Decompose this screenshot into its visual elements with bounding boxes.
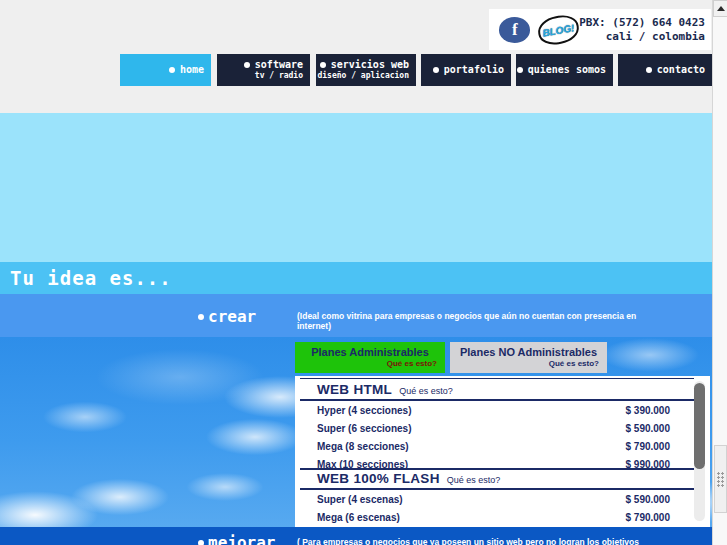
plan-price: $ 790.000 <box>626 512 671 526</box>
tab-planes-administrables[interactable]: Planes Administrables Qué es esto? <box>295 342 445 373</box>
pbx-phone-text: PBX: (572) 664 0423 cali / colombia <box>579 16 705 44</box>
nav-label: home <box>180 64 204 76</box>
nav-sublabel: tv / radio <box>255 71 303 81</box>
crear-label: crear <box>208 307 256 326</box>
plan-row: Hyper (4 secciones) $ 390.000 <box>317 405 670 419</box>
contact-box: f BLOG! PBX: (572) 664 0423 cali / colom… <box>489 9 711 50</box>
nav-label: portafolio <box>444 64 504 76</box>
mejorar-band: mejorar ( Para empresas o negocios que y… <box>0 527 713 545</box>
slogan-text: Tu idea es... <box>10 267 172 289</box>
crear-band: crear (Ideal como vitrina para empresas … <box>0 294 713 337</box>
plan-price: $ 590.000 <box>626 494 671 508</box>
nav-label: contacto <box>657 64 705 76</box>
plan-row: Mega (8 secciones) $ 790.000 <box>317 441 670 455</box>
tab-title: Planes Administrables <box>295 346 445 358</box>
divider <box>300 378 694 379</box>
bullet-icon <box>646 67 652 73</box>
bullet-icon <box>517 67 523 73</box>
scroll-up-button[interactable] <box>713 0 727 17</box>
nav-label: quienes somos <box>528 64 606 76</box>
panel-scrollbar-thumb[interactable] <box>694 383 705 469</box>
scrollbar-thumb[interactable] <box>714 445 727 513</box>
mejorar-label: mejorar <box>208 533 275 545</box>
bullet-icon <box>198 314 204 320</box>
page: f BLOG! PBX: (572) 664 0423 cali / colom… <box>0 0 727 545</box>
bullet-icon <box>433 67 439 73</box>
nav-tab-contacto[interactable]: contacto <box>618 54 712 86</box>
bullet-icon <box>244 62 250 68</box>
plan-row: Super (4 escenas) $ 590.000 <box>317 494 670 508</box>
plan-row: Mega (6 escenas) $ 790.000 <box>317 512 670 526</box>
que-es-esto-link[interactable]: Qué es esto? <box>450 359 607 368</box>
plan-name: Super (6 secciones) <box>317 423 411 437</box>
tab-title: Planes NO Administrables <box>450 346 607 358</box>
plan-row: Super (6 secciones) $ 590.000 <box>317 423 670 437</box>
bullet-icon <box>169 67 175 73</box>
nav-tab-portafolio[interactable]: portafolio <box>421 54 511 86</box>
que-es-esto-link[interactable]: Qué es esto? <box>447 475 501 485</box>
plan-name: Mega (8 secciones) <box>317 441 409 455</box>
grip-icon <box>717 472 725 487</box>
plan-price: $ 990.000 <box>626 459 671 473</box>
plan-name: Super (4 escenas) <box>317 494 403 508</box>
plan-name: Mega (6 escenas) <box>317 512 400 526</box>
nav-tab-home[interactable]: home <box>120 54 211 86</box>
crear-link[interactable]: crear <box>198 307 256 326</box>
crear-description: (Ideal como vitrina para empresas o nego… <box>297 311 667 331</box>
nav-tab-quienes-somos[interactable]: quienes somos <box>516 54 613 86</box>
facebook-icon[interactable]: f <box>499 17 530 43</box>
plan-price: $ 790.000 <box>626 441 671 455</box>
divider <box>300 468 694 470</box>
divider <box>300 399 694 401</box>
plan-price: $ 590.000 <box>626 423 671 437</box>
bullet-icon <box>198 540 204 545</box>
nav-tab-software[interactable]: software tv / radio <box>217 54 310 86</box>
plan-name: Hyper (4 secciones) <box>317 405 412 419</box>
que-es-esto-link[interactable]: Qué es esto? <box>399 386 453 396</box>
pricing-panel: WEB HTML Qué es esto? Hyper (4 secciones… <box>295 376 710 527</box>
section-title: WEB 100% FLASH <box>317 471 440 486</box>
que-es-esto-link[interactable]: Qué es esto? <box>295 359 445 368</box>
mejorar-link[interactable]: mejorar <box>198 533 275 545</box>
nav-tab-servicios-web[interactable]: servicios web diseño / aplicacion <box>316 54 416 86</box>
nav-label: servicios web <box>331 59 409 71</box>
mejorar-description: ( Para empresas o negocios que ya poseen… <box>297 537 667 545</box>
nav-sublabel: diseño / aplicacion <box>317 71 409 81</box>
slogan-band: Tu idea es... <box>0 262 713 294</box>
bullet-icon <box>320 62 326 68</box>
hero-banner <box>0 113 713 262</box>
section-header-web-flash: WEB 100% FLASH Qué es esto? <box>317 471 500 486</box>
nav-label: software <box>255 59 303 71</box>
window-scrollbar[interactable] <box>712 0 727 545</box>
plan-price: $ 390.000 <box>626 405 671 419</box>
section-title: WEB HTML <box>317 382 392 397</box>
divider <box>300 488 694 490</box>
up-arrow-icon <box>717 6 725 11</box>
blog-icon[interactable]: BLOG! <box>536 12 581 47</box>
tab-planes-no-administrables[interactable]: Planes NO Administrables Qué es esto? <box>450 342 607 373</box>
section-header-web-html: WEB HTML Qué es esto? <box>317 382 453 397</box>
